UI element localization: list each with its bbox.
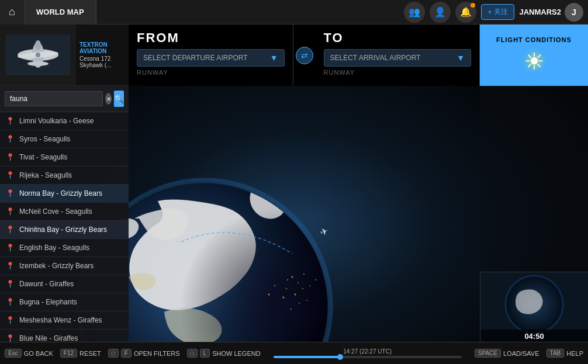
time-slider-thumb	[337, 354, 343, 360]
legend-l-key: L	[200, 349, 210, 358]
svg-point-23	[299, 303, 300, 304]
list-item-label: Blue Nile - Giraffes	[19, 334, 78, 342]
list-item[interactable]: 📍Tivat - Seagulls	[0, 148, 129, 167]
mini-map-svg: 04:50	[480, 272, 588, 342]
search-clear-button[interactable]: ✕	[105, 93, 112, 105]
help-label: HELP	[566, 350, 583, 357]
location-list: 📍Limni Voulkaria - Geese📍Syros - Seagull…	[0, 112, 129, 342]
space-key: SPACE	[475, 349, 501, 358]
load-save-button[interactable]: SPACE LOAD/SAVE	[475, 349, 539, 358]
search-go-button[interactable]: 🔍	[114, 91, 124, 107]
list-item[interactable]: 📍Meshesha Wenz - Giraffes	[0, 311, 129, 330]
departure-runway-label: RUNWAY	[137, 69, 285, 76]
arrival-chevron: ▼	[456, 53, 465, 63]
mini-map: 04:50	[480, 272, 588, 342]
loadsave-label: LOAD/SAVE	[503, 350, 539, 357]
esc-key: Esc	[5, 349, 22, 358]
list-item-label: Syros - Seagulls	[19, 135, 70, 143]
filters-label: OPEN FILTERS	[134, 350, 180, 357]
svg-point-24	[290, 308, 292, 310]
list-item-label: Izembek - Grizzly Bears	[19, 262, 94, 270]
plane-image	[0, 25, 76, 85]
list-item[interactable]: 📍McNeil Cove - Seagulls	[0, 203, 129, 221]
arrival-runway-label: RUNWAY	[324, 69, 472, 76]
list-item-label: Limni Voulkaria - Geese	[19, 117, 94, 125]
world-map-label: WORLD MAP	[36, 8, 84, 16]
reset-label: RESET	[79, 350, 101, 357]
svg-point-21	[306, 300, 307, 301]
conditions-panel: FLIGHT CONDITIONS ☀	[480, 25, 588, 86]
svg-text:✈: ✈	[319, 226, 329, 237]
arrival-dropdown[interactable]: SELECT ARRIVAL AIRPORT ▼	[324, 49, 472, 67]
pin-icon: 📍	[6, 135, 15, 143]
user-avatar[interactable]: J	[565, 3, 583, 22]
svg-point-15	[295, 294, 296, 296]
follow-button[interactable]: + 关注	[481, 4, 514, 20]
pin-icon: 📍	[6, 334, 15, 342]
svg-point-5	[27, 61, 49, 66]
reset-button[interactable]: F12 RESET	[60, 349, 101, 358]
group-icon-button[interactable]: 👥	[404, 2, 425, 23]
list-item-label: English Bay - Seagulls	[19, 244, 89, 252]
go-back-button[interactable]: Esc GO BACK	[5, 349, 53, 358]
list-item[interactable]: 📍Bugna - Elephants	[0, 293, 129, 311]
from-label: FROM	[137, 30, 285, 46]
time-slider[interactable]	[274, 356, 462, 358]
username-label: JANMARS2	[519, 8, 561, 16]
swap-icon: ⇄	[301, 51, 308, 60]
group-icon: 👥	[409, 6, 420, 18]
search-icon: 🔍	[114, 94, 124, 103]
swap-button[interactable]: ⇄	[296, 47, 313, 64]
list-item[interactable]: 📍Dawunt - Giraffes	[0, 275, 129, 293]
list-item-label: Bugna - Elephants	[19, 298, 77, 306]
show-legend-button[interactable]: □ L SHOW LEGEND	[187, 349, 261, 358]
svg-point-12	[298, 282, 299, 283]
from-section: FROM SELECT DEPARTURE AIRPORT ▼ RUNWAY	[129, 25, 293, 86]
arrival-placeholder: SELECT ARRIVAL AIRPORT	[330, 54, 421, 62]
plus-icon: +	[487, 8, 492, 16]
sun-icon: ☀	[524, 48, 545, 74]
pin-icon: 📍	[6, 226, 15, 234]
svg-point-25	[268, 294, 270, 296]
time-slider-fill	[274, 356, 340, 358]
avatar-letter: J	[572, 8, 576, 17]
pin-icon: 📍	[6, 244, 15, 252]
svg-point-22	[274, 285, 275, 286]
departure-dropdown[interactable]: SELECT DEPARTURE AIRPORT ▼	[137, 49, 285, 67]
help-button[interactable]: TAB HELP	[547, 349, 583, 358]
plane-model: Cessna 172 Skyhawk (...	[79, 56, 125, 68]
right-panel-bg	[480, 86, 588, 272]
svg-point-11	[292, 276, 293, 278]
filter-f-key: F	[121, 349, 132, 358]
f12-key: F12	[60, 349, 77, 358]
world-map-tab[interactable]: WORLD MAP	[25, 0, 96, 25]
flight-panel: FROM SELECT DEPARTURE AIRPORT ▼ RUNWAY ⇄…	[129, 25, 588, 86]
search-input[interactable]	[5, 91, 103, 106]
time-slider-area: 14:27 (22:27 UTC)	[268, 348, 468, 358]
pin-icon: 📍	[6, 153, 15, 161]
open-filters-button[interactable]: □ F OPEN FILTERS	[108, 349, 180, 358]
departure-placeholder: SELECT DEPARTURE AIRPORT	[143, 54, 248, 62]
profile-icon: 👤	[434, 6, 446, 18]
profile-icon-button[interactable]: 👤	[430, 2, 451, 23]
notification-button[interactable]: 🔔	[455, 2, 476, 23]
list-item[interactable]: 📍Norma Bay - Grizzly Bears	[0, 185, 129, 203]
bottom-bar: Esc GO BACK F12 RESET □ F OPEN FILTERS □…	[0, 342, 588, 364]
legend-label: SHOW LEGEND	[212, 350, 261, 357]
home-button[interactable]: ⌂	[0, 0, 25, 25]
arrival-row: SELECT ARRIVAL AIRPORT ▼	[324, 49, 472, 67]
pin-icon: 📍	[6, 280, 15, 288]
list-item[interactable]: 📍Limni Voulkaria - Geese	[0, 112, 129, 130]
list-item-label: Meshesha Wenz - Giraffes	[19, 316, 102, 324]
list-item[interactable]: 📍English Bay - Seagulls	[0, 239, 129, 257]
bell-icon: 🔔	[460, 6, 472, 18]
tab-key: TAB	[547, 349, 565, 358]
list-item[interactable]: 📍Rijeka - Seagulls	[0, 167, 129, 185]
list-item[interactable]: 📍Izembek - Grizzly Bears	[0, 257, 129, 275]
list-item[interactable]: 📍Syros - Seagulls	[0, 130, 129, 148]
list-item[interactable]: 📍Blue Nile - Giraffes	[0, 330, 129, 342]
list-item-label: Rijeka - Seagulls	[19, 171, 72, 179]
pin-icon: 📍	[6, 207, 15, 216]
list-item-label: Dawunt - Giraffes	[19, 280, 74, 288]
list-item[interactable]: 📍Chinitna Bay - Grizzly Bears	[0, 221, 129, 239]
